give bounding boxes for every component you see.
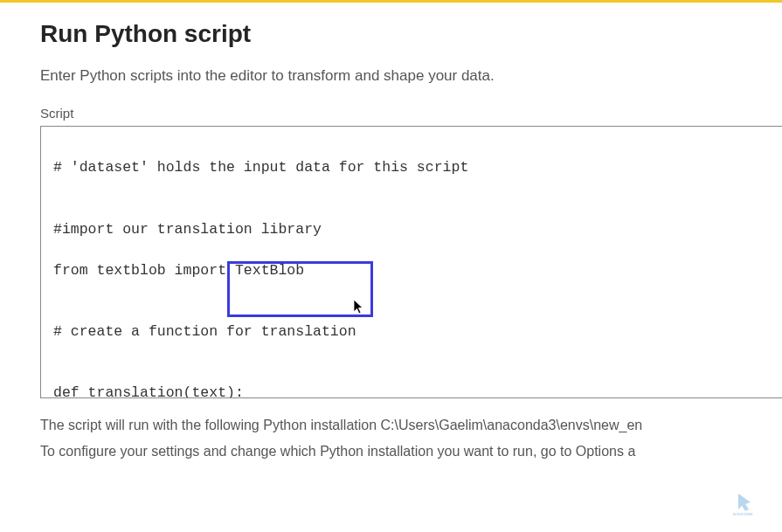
footer-info: The script will run with the following P… — [40, 412, 782, 464]
code-line: # 'dataset' holds the input data for thi… — [53, 157, 770, 177]
dialog-content: Run Python script Enter Python scripts i… — [0, 3, 782, 464]
code-line: from textblob import TextBlob — [53, 260, 770, 280]
code-line: #import our translation library — [53, 219, 770, 239]
dialog-description: Enter Python scripts into the editor to … — [40, 67, 742, 85]
code-line: def translation(text): — [53, 383, 770, 398]
svg-text:SUBSCRIBE: SUBSCRIBE — [732, 512, 752, 516]
footer-line-2: To configure your settings and change wh… — [40, 439, 782, 465]
dialog-title: Run Python script — [40, 20, 742, 48]
subscribe-watermark-icon: SUBSCRIBE — [721, 490, 765, 516]
footer-line-1: The script will run with the following P… — [40, 412, 782, 439]
script-label: Script — [40, 106, 742, 121]
code-line: # create a function for translation — [53, 321, 770, 342]
mouse-cursor-icon — [352, 298, 366, 315]
script-editor[interactable]: # 'dataset' holds the input data for thi… — [40, 126, 782, 398]
